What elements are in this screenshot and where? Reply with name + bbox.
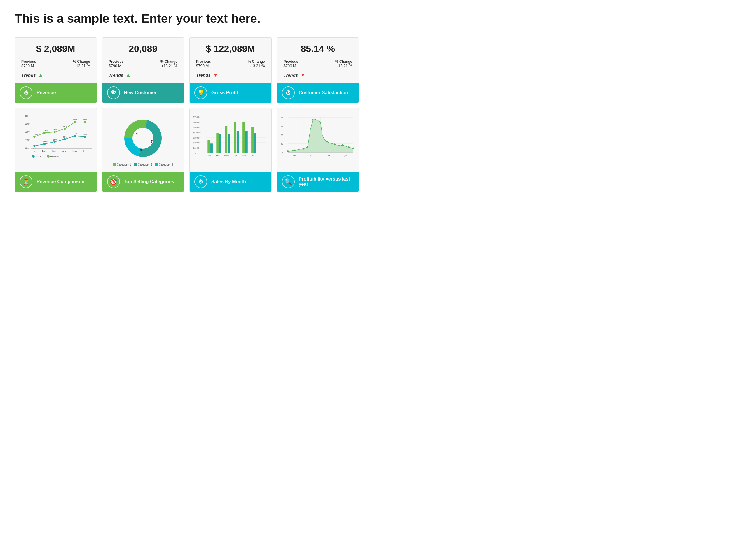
svg-text:80%: 80%: [25, 115, 30, 117]
svg-marker-98: [288, 119, 353, 152]
change-label: % Change: [160, 59, 177, 63]
revenue-comparison-icon: ⏳: [20, 175, 32, 188]
svg-point-108: [348, 146, 349, 148]
svg-text:Jan: Jan: [32, 150, 36, 153]
change-value: +13.21 %: [160, 63, 177, 68]
previous-label: Previous: [196, 59, 211, 63]
svg-point-27: [74, 135, 76, 137]
previous-label: Previous: [109, 59, 124, 63]
svg-text:40: 40: [281, 143, 283, 145]
svg-point-105: [326, 141, 327, 142]
svg-point-107: [341, 144, 343, 146]
svg-text:$50,000: $50,000: [193, 126, 201, 128]
trend-label: Trends: [284, 73, 298, 78]
change-label: % Change: [73, 59, 90, 63]
svg-text:Sales: Sales: [35, 156, 42, 158]
trend-down-icon: ▼: [213, 72, 218, 78]
sales-by-month-icon: ⚙: [194, 175, 207, 188]
svg-point-102: [307, 146, 308, 148]
kpi-value: $ 2,089M: [21, 44, 90, 54]
previous-label: Previous: [284, 59, 299, 63]
kpi-card-customer-satisfaction: 85.14 % Previous $790 M % Change -13.21 …: [277, 37, 359, 103]
svg-text:$0: $0: [195, 152, 197, 154]
svg-text:Q4: Q4: [343, 154, 347, 157]
change-value: +13.21 %: [73, 63, 90, 68]
customer-satisfaction-icon: ⏱: [282, 86, 295, 99]
svg-text:Mar: Mar: [52, 150, 56, 153]
svg-rect-78: [254, 133, 257, 153]
svg-text:Marh: Marh: [224, 155, 229, 157]
card-footer-customer-satisfaction: ⏱ Customer Satisfaction: [277, 83, 359, 103]
chart-card-sales-by-month: $70,000 $60,000 $50,000 $40,000 $30,000 …: [189, 108, 272, 192]
svg-text:40%: 40%: [53, 128, 57, 131]
change-value: -13.21 %: [335, 63, 352, 68]
svg-text:65%: 65%: [73, 118, 77, 121]
svg-text:$10,000: $10,000: [193, 147, 201, 149]
svg-text:30%: 30%: [73, 132, 77, 135]
card-footer-gross-profit: 💡 Gross Profit: [190, 83, 272, 103]
svg-text:Feb: Feb: [216, 155, 220, 157]
svg-rect-68: [210, 143, 213, 153]
chart-card-profitability: 160 120 80 40 0: [277, 108, 359, 192]
svg-point-99: [287, 151, 289, 152]
svg-text:4: 4: [136, 132, 138, 135]
svg-text:160: 160: [281, 117, 284, 119]
svg-rect-73: [234, 122, 236, 153]
dashboard: $ 2,089M Previous $790 M % Change +13.21…: [15, 37, 359, 192]
svg-rect-76: [246, 131, 248, 153]
trend-down-icon: ▼: [300, 72, 306, 78]
new-customer-icon: 👁: [107, 86, 120, 99]
svg-text:$60,000: $60,000: [193, 121, 201, 123]
svg-point-43: [47, 155, 50, 158]
svg-point-11: [33, 136, 35, 138]
profitability-icon: 🔍: [282, 175, 295, 188]
svg-text:$20,000: $20,000: [193, 142, 201, 144]
svg-text:15%: 15%: [53, 138, 57, 141]
svg-text:$30,000: $30,000: [193, 137, 201, 139]
svg-text:Jan: Jan: [207, 155, 210, 157]
kpi-value: $ 122,089M: [196, 44, 265, 54]
previous-value: $790 M: [109, 63, 124, 68]
kpi-card-gross-profit: $ 122,089M Previous $790 M % Change -13.…: [189, 37, 272, 103]
kpi-card-new-customer: 20,089 Previous $790 M % Change +13.21 %…: [102, 37, 184, 103]
svg-point-101: [302, 148, 304, 149]
footer-label: Revenue Comparison: [36, 179, 84, 184]
footer-label: Revenue: [36, 90, 56, 96]
svg-point-16: [84, 121, 86, 123]
svg-point-28: [84, 136, 86, 138]
chart-card-top-selling: 4 7 3 Category 1 Category 2 Category 3 🎯…: [102, 108, 184, 192]
svg-point-24: [44, 143, 46, 145]
bar-chart-svg: $70,000 $60,000 $50,000 $40,000 $30,000 …: [193, 111, 268, 168]
donut-chart-svg: 4 7 3: [120, 115, 166, 162]
page-title: This is a sample text. Enter your text h…: [15, 12, 359, 26]
svg-text:10%: 10%: [43, 140, 48, 143]
kpi-value: 85.14 %: [284, 44, 353, 54]
svg-point-12: [44, 132, 46, 134]
kpi-value: 20,089: [109, 44, 178, 54]
svg-text:Q2: Q2: [310, 154, 313, 157]
svg-point-100: [294, 150, 295, 151]
svg-rect-70: [219, 134, 222, 153]
svg-rect-72: [228, 134, 230, 153]
svg-text:Q1: Q1: [293, 154, 296, 157]
svg-point-103: [312, 119, 313, 121]
svg-text:65%: 65%: [83, 118, 87, 121]
svg-rect-71: [225, 126, 227, 153]
change-value: -13.21 %: [248, 63, 265, 68]
svg-point-104: [319, 122, 321, 123]
svg-point-23: [33, 145, 35, 147]
svg-rect-69: [216, 133, 218, 153]
top-selling-icon: 🎯: [107, 175, 120, 188]
chart-card-revenue-comparison: 80% 60% 40% 20% 0%: [15, 108, 97, 192]
kpi-card-revenue: $ 2,089M Previous $790 M % Change +13.21…: [15, 37, 97, 103]
svg-text:38%: 38%: [44, 129, 48, 132]
svg-text:Jun: Jun: [251, 155, 254, 157]
svg-text:28%: 28%: [83, 133, 87, 136]
svg-text:7: 7: [151, 140, 153, 143]
footer-label: Top Selling Categories: [124, 179, 174, 184]
svg-text:22%: 22%: [63, 136, 68, 138]
svg-point-106: [334, 143, 335, 145]
trend-label: Trends: [21, 73, 36, 78]
svg-text:0%: 0%: [25, 147, 29, 150]
footer-label: Customer Satisfaction: [299, 90, 349, 96]
